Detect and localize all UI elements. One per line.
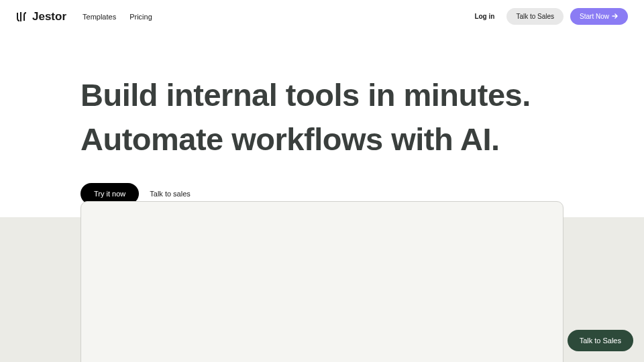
- nav-links: Templates Pricing: [83, 13, 152, 21]
- header-right: Log in Talk to Sales Start Now: [469, 8, 628, 25]
- logo-link[interactable]: Jestor: [16, 10, 66, 23]
- header-left: Jestor Templates Pricing: [16, 10, 152, 23]
- jestor-logo-icon: [16, 11, 28, 22]
- login-link[interactable]: Log in: [469, 9, 500, 24]
- nav-pricing[interactable]: Pricing: [129, 13, 152, 21]
- arrow-right-icon: [612, 13, 619, 20]
- floating-talk-to-sales-button[interactable]: Talk to Sales: [568, 330, 633, 351]
- start-now-label: Start Now: [580, 13, 609, 20]
- talk-to-sales-link-hero[interactable]: Talk to sales: [150, 190, 191, 198]
- main-header: Jestor Templates Pricing Log in Talk to …: [0, 0, 644, 33]
- nav-templates[interactable]: Templates: [83, 13, 116, 21]
- hero-title-line1: Build internal tools in minutes.: [80, 77, 531, 113]
- hero-title: Build internal tools in minutes. Automat…: [80, 73, 564, 162]
- hero-title-line2: Automate workflows with AI.: [80, 121, 500, 157]
- start-now-button[interactable]: Start Now: [570, 8, 628, 25]
- hero-section: Build internal tools in minutes. Automat…: [0, 33, 644, 221]
- video-placeholder: [80, 201, 564, 362]
- talk-to-sales-button-header[interactable]: Talk to Sales: [506, 8, 564, 25]
- logo-text: Jestor: [32, 10, 66, 23]
